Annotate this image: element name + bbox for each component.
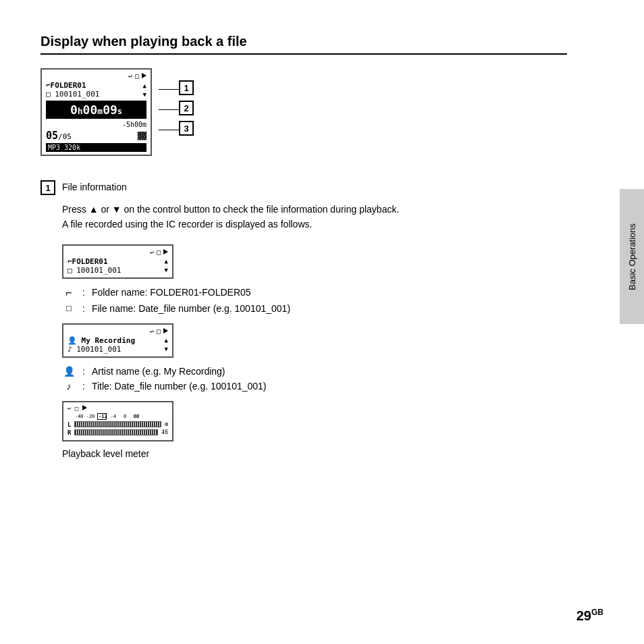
folder-row: ⌐FOLDER01 ▲ bbox=[46, 81, 146, 90]
folder-icon-desc-row: ⌐ : Folder name: FOLDER01-FOLDER05 bbox=[62, 287, 567, 299]
level-meter-section: ↩ □ -40 -20 -12 -4 0 OO L ⊠ bbox=[62, 401, 567, 459]
r-channel-row: R 46 bbox=[68, 429, 168, 436]
callout-line-2 bbox=[159, 109, 179, 110]
sidebar-label-text: Basic Operations bbox=[627, 223, 637, 290]
l-channel-row: L ⊠ bbox=[68, 421, 168, 428]
callout-line-3 bbox=[159, 130, 179, 130]
page-num-value: 29 bbox=[576, 608, 591, 623]
play-icon-top-2 bbox=[163, 248, 168, 256]
main-display-wrapper: ↩ □ ⌐FOLDER01 ▲ □ 100101_001 ▼ 0h00m09s bbox=[41, 68, 567, 167]
folder-screen-up-arrow: ▲ bbox=[165, 258, 168, 265]
artist-info-section: ↩ □ 👤 My Recording ▲ ♪ 100101_001 ▼ 👤 : bbox=[62, 323, 567, 392]
scale-minus12: -12 bbox=[97, 413, 107, 420]
play-icon-top-4 bbox=[82, 405, 87, 412]
folder-icon-top: □ bbox=[135, 72, 139, 80]
artist-icon-description: Artist name (e.g. My Recording) bbox=[92, 366, 225, 377]
l-icon: ⊠ bbox=[165, 421, 168, 427]
folder-icon-top-4: □ bbox=[75, 405, 78, 412]
callout-1: 1 bbox=[179, 80, 194, 95]
section-1-line2: A file recorded using the IC recorder is… bbox=[62, 217, 567, 232]
remaining-time: -5h00m bbox=[46, 121, 146, 128]
colon-1: : bbox=[82, 287, 85, 298]
callout-2: 2 bbox=[179, 101, 194, 115]
return-icon: ↩ bbox=[128, 72, 132, 80]
artist-icon-desc-row: 👤 : Artist name (e.g. My Recording) bbox=[62, 366, 567, 377]
folder-name-display: ⌐FOLDER01 bbox=[46, 81, 86, 90]
artist-screen-artist-row: 👤 My Recording ▲ bbox=[68, 336, 168, 345]
track-count: 05/05 bbox=[46, 130, 72, 142]
level-meter-device-screen: ↩ □ -40 -20 -12 -4 0 OO L ⊠ bbox=[62, 401, 173, 441]
folder-icon-top-3: □ bbox=[157, 327, 161, 335]
folder-icon-symbol: ⌐ bbox=[62, 287, 76, 299]
callout-3: 3 bbox=[179, 121, 194, 136]
folder-info-section: ↩ □ ⌐FOLDER01 ▲ □ 100101_001 ▼ ⌐ : Folde… bbox=[62, 244, 567, 314]
folder-screen-file-row: □ 100101_001 ▼ bbox=[68, 266, 168, 275]
music-icon-description: Title: Date_file number (e.g. 100101_001… bbox=[92, 381, 267, 392]
r-label: R bbox=[68, 429, 73, 436]
file-name-display: □ 100101_001 bbox=[46, 90, 99, 99]
scroll-down-arrow: ▼ bbox=[143, 91, 146, 98]
top-icons-row: ↩ □ bbox=[46, 72, 146, 80]
bottom-status-row: 05/05 ▓▓ bbox=[46, 130, 146, 142]
l-level-bar bbox=[74, 421, 161, 427]
callout-boxes: 1 2 3 bbox=[159, 68, 194, 138]
scale-minus20: -20 bbox=[86, 414, 95, 419]
section-1-line1: Press ▲ or ▼ on the control button to ch… bbox=[62, 202, 567, 217]
page-suffix: GB bbox=[591, 608, 603, 617]
music-icon-symbol: ♪ bbox=[62, 381, 76, 392]
artist-device-screen: ↩ □ 👤 My Recording ▲ ♪ 100101_001 ▼ bbox=[62, 323, 173, 358]
section-1-number: 1 bbox=[41, 180, 55, 195]
level-meter-label: Playback level meter bbox=[62, 448, 567, 459]
page-title: Display when playing back a file bbox=[41, 34, 567, 55]
play-icon-top bbox=[142, 72, 146, 80]
page-number: 29GB bbox=[576, 608, 603, 624]
artist-screen-down-arrow: ▼ bbox=[165, 346, 168, 352]
folder-screen-folder-row: ⌐FOLDER01 ▲ bbox=[68, 257, 168, 266]
folder-device-screen: ↩ □ ⌐FOLDER01 ▲ □ 100101_001 ▼ bbox=[62, 244, 173, 279]
battery-icon: ▓▓ bbox=[138, 132, 146, 140]
section-1-title: File information bbox=[62, 180, 127, 192]
artist-icon-symbol: 👤 bbox=[62, 366, 76, 377]
folder-screen-folder-name: ⌐FOLDER01 bbox=[68, 257, 108, 266]
scale-zero: 0 bbox=[120, 414, 130, 419]
artist-screen-up-arrow: ▲ bbox=[165, 337, 168, 344]
r-level-bar bbox=[74, 429, 158, 435]
file-icon-description: File name: Date_file number (e.g. 100101… bbox=[92, 303, 290, 314]
colon-4: : bbox=[82, 381, 85, 392]
sidebar-label: Basic Operations bbox=[620, 189, 644, 324]
music-icon-desc-row: ♪ : Title: Date_file number (e.g. 100101… bbox=[62, 381, 567, 392]
scroll-up-arrow: ▲ bbox=[143, 82, 146, 89]
section-1-body: Press ▲ or ▼ on the control button to ch… bbox=[62, 202, 567, 232]
scale-oo: OO bbox=[132, 414, 141, 419]
return-icon-4: ↩ bbox=[68, 405, 71, 412]
format-display: MP3 320k bbox=[46, 143, 146, 152]
scale-minus40: -40 bbox=[74, 414, 84, 419]
folder-screen-top-icons: ↩ □ bbox=[68, 248, 168, 256]
scale-minus4: -4 bbox=[109, 414, 118, 419]
file-row: □ 100101_001 ▼ bbox=[46, 90, 146, 99]
return-icon-2: ↩ bbox=[150, 248, 154, 256]
folder-screen-down-arrow: ▼ bbox=[165, 267, 168, 273]
colon-3: : bbox=[82, 366, 85, 377]
artist-screen-artist-name: 👤 My Recording bbox=[68, 336, 135, 345]
level-scale-row: -40 -20 -12 -4 0 OO bbox=[68, 413, 168, 420]
file-icon-symbol: □ bbox=[62, 303, 76, 313]
folder-icon-description: Folder name: FOLDER01-FOLDER05 bbox=[92, 287, 251, 298]
artist-screen-file-row: ♪ 100101_001 ▼ bbox=[68, 345, 168, 354]
folder-screen-file-name: □ 100101_001 bbox=[68, 266, 121, 275]
level-screen-top-icons: ↩ □ bbox=[68, 405, 168, 412]
callout-line-1 bbox=[159, 89, 179, 90]
r-db-value: 46 bbox=[161, 429, 168, 435]
main-device-screen: ↩ □ ⌐FOLDER01 ▲ □ 100101_001 ▼ 0h00m09s bbox=[41, 68, 152, 156]
time-display: 0h00m09s bbox=[46, 101, 146, 119]
play-icon-top-3 bbox=[163, 327, 168, 335]
l-label: L bbox=[68, 421, 73, 428]
return-icon-3: ↩ bbox=[150, 327, 154, 335]
folder-icon-top-2: □ bbox=[157, 248, 161, 256]
file-icon-desc-row: □ : File name: Date_file number (e.g. 10… bbox=[62, 303, 567, 314]
artist-screen-top-icons: ↩ □ bbox=[68, 327, 168, 335]
colon-2: : bbox=[82, 303, 85, 314]
artist-screen-file-name: ♪ 100101_001 bbox=[68, 345, 121, 354]
section-1-heading: 1 File information bbox=[41, 180, 567, 195]
